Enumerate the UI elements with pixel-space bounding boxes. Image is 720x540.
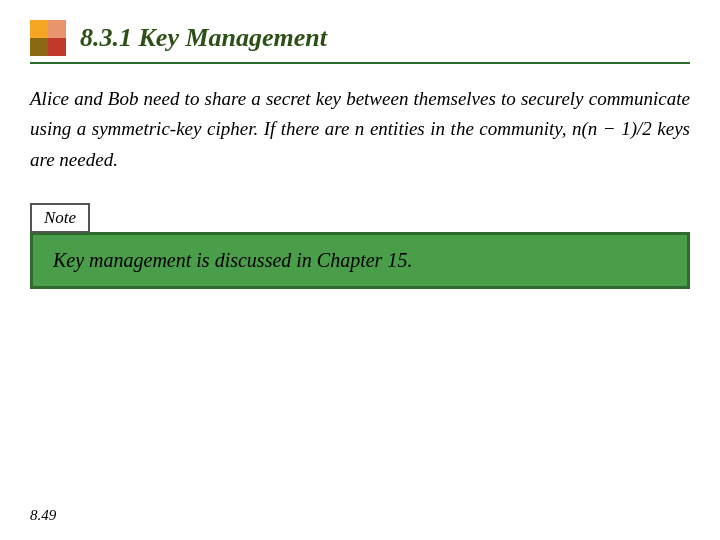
icon-q4 bbox=[48, 38, 66, 56]
page-title: 8.3.1 Key Management bbox=[80, 23, 327, 53]
icon-q2 bbox=[48, 20, 66, 38]
note-box: Key management is discussed in Chapter 1… bbox=[30, 232, 690, 289]
header-section: 8.3.1 Key Management bbox=[30, 20, 690, 64]
page-number: 8.49 bbox=[30, 507, 56, 524]
icon-q1 bbox=[30, 20, 48, 38]
page-container: 8.3.1 Key Management Alice and Bob need … bbox=[0, 0, 720, 540]
header-icon bbox=[30, 20, 66, 56]
icon-q3 bbox=[30, 38, 48, 56]
note-section: Note Key management is discussed in Chap… bbox=[30, 203, 690, 289]
body-paragraph: Alice and Bob need to share a secret key… bbox=[30, 84, 690, 175]
note-label: Note bbox=[30, 203, 90, 233]
note-content: Key management is discussed in Chapter 1… bbox=[53, 249, 412, 271]
